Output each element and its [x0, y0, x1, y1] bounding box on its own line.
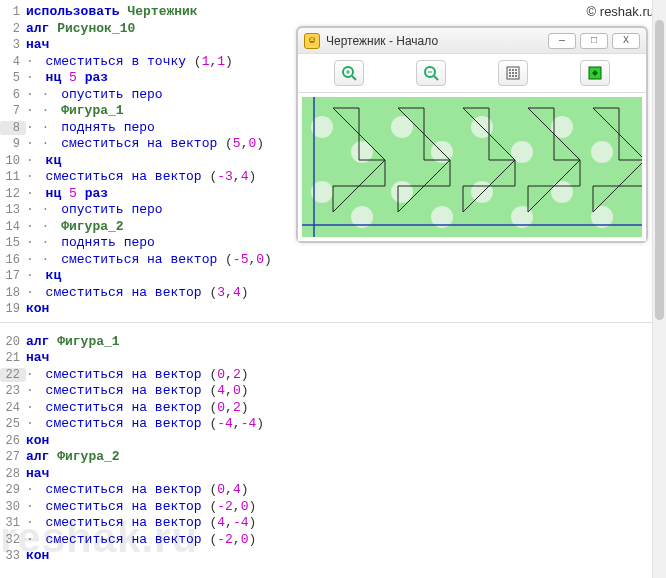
- zoom-out-button[interactable]: [416, 60, 446, 86]
- line-content: алг Рисунок_10: [26, 21, 135, 36]
- line-number: 4: [0, 55, 26, 69]
- line-content: · сместиться на вектор (-2,0): [26, 499, 256, 514]
- line-content: · · опустить перо: [26, 202, 163, 217]
- zoom-in-button[interactable]: [334, 60, 364, 86]
- code-line[interactable]: 32· сместиться на вектор (-2,0): [0, 532, 666, 549]
- code-line[interactable]: 16· · сместиться на вектор (-5,0): [0, 252, 666, 269]
- line-content: · сместиться на вектор (0,4): [26, 482, 249, 497]
- line-number: 31: [0, 516, 26, 530]
- line-number: 13: [0, 203, 26, 217]
- svg-point-16: [515, 75, 517, 77]
- code-line[interactable]: 27алг Фигура_2: [0, 449, 666, 466]
- app-icon: ☺: [304, 33, 320, 49]
- svg-point-14: [509, 75, 511, 77]
- line-content: нач: [26, 350, 49, 365]
- line-content: · · поднять перо: [26, 235, 155, 250]
- line-number: 30: [0, 500, 26, 514]
- drawing-svg: [302, 97, 642, 237]
- code-line[interactable]: 1использовать Чертежник: [0, 4, 666, 21]
- drawing-canvas[interactable]: [302, 97, 642, 237]
- close-button[interactable]: X: [612, 33, 640, 49]
- svg-point-12: [512, 72, 514, 74]
- grid-button[interactable]: [498, 60, 528, 86]
- fit-button[interactable]: [580, 60, 610, 86]
- code-line[interactable]: 23· сместиться на вектор (4,0): [0, 383, 666, 400]
- code-line[interactable]: 21нач: [0, 350, 666, 367]
- watermark-url: © reshak.ru: [587, 4, 654, 19]
- line-content: · · сместиться на вектор (-5,0): [26, 252, 272, 267]
- line-content: нач: [26, 466, 49, 481]
- svg-line-1: [352, 76, 356, 80]
- code-line[interactable]: 19кон: [0, 301, 666, 318]
- section-divider: [0, 322, 666, 330]
- window-title: Чертежник - Начало: [326, 34, 544, 48]
- line-content: · сместиться на вектор (4,0): [26, 383, 249, 398]
- maximize-button[interactable]: □: [580, 33, 608, 49]
- svg-point-10: [515, 69, 517, 71]
- line-content: · · поднять перо: [26, 120, 155, 135]
- code-line[interactable]: 20алг Фигура_1: [0, 334, 666, 351]
- line-number: 1: [0, 5, 26, 19]
- line-content: · кц: [26, 153, 61, 168]
- line-number: 33: [0, 549, 26, 563]
- line-content: · · Фигура_2: [26, 219, 124, 234]
- line-number: 16: [0, 253, 26, 267]
- svg-point-25: [591, 141, 613, 163]
- line-number: 25: [0, 417, 26, 431]
- line-number: 7: [0, 104, 26, 118]
- svg-point-13: [515, 72, 517, 74]
- line-number: 11: [0, 170, 26, 184]
- line-content: · сместиться на вектор (-3,4): [26, 169, 256, 184]
- line-content: · кц: [26, 268, 61, 283]
- line-number: 23: [0, 384, 26, 398]
- line-content: алг Фигура_1: [26, 334, 120, 349]
- scrollbar-thumb[interactable]: [655, 20, 664, 320]
- minimize-button[interactable]: —: [548, 33, 576, 49]
- line-content: · нц 5 раз: [26, 186, 108, 201]
- code-line[interactable]: 17· кц: [0, 268, 666, 285]
- svg-line-5: [434, 76, 438, 80]
- line-number: 32: [0, 533, 26, 547]
- svg-point-30: [471, 181, 493, 203]
- line-content: · · опустить перо: [26, 87, 163, 102]
- line-content: использовать Чертежник: [26, 4, 198, 19]
- line-number: 18: [0, 286, 26, 300]
- line-content: · сместиться на вектор (4,-4): [26, 515, 256, 530]
- code-line[interactable]: 30· сместиться на вектор (-2,0): [0, 499, 666, 516]
- toolbar: [298, 54, 646, 93]
- line-content: кон: [26, 301, 49, 316]
- line-content: · нц 5 раз: [26, 70, 108, 85]
- line-content: · · Фигура_1: [26, 103, 124, 118]
- code-line[interactable]: 29· сместиться на вектор (0,4): [0, 482, 666, 499]
- line-number: 22: [0, 368, 26, 382]
- titlebar[interactable]: ☺ Чертежник - Начало — □ X: [298, 28, 646, 54]
- vertical-scrollbar[interactable]: [652, 0, 666, 578]
- line-content: · сместиться в точку (1,1): [26, 54, 233, 69]
- line-number: 21: [0, 351, 26, 365]
- line-number: 17: [0, 269, 26, 283]
- code-line[interactable]: 25· сместиться на вектор (-4,-4): [0, 416, 666, 433]
- code-line[interactable]: 28нач: [0, 466, 666, 483]
- canvas-area: [298, 93, 646, 241]
- code-line[interactable]: 33кон: [0, 548, 666, 565]
- line-content: кон: [26, 433, 49, 448]
- code-line[interactable]: 18· сместиться на вектор (3,4): [0, 285, 666, 302]
- code-line[interactable]: 24· сместиться на вектор (0,2): [0, 400, 666, 417]
- line-number: 5: [0, 71, 26, 85]
- line-content: · сместиться на вектор (3,4): [26, 285, 249, 300]
- line-content: · сместиться на вектор (-4,-4): [26, 416, 264, 431]
- line-number: 2: [0, 22, 26, 36]
- line-content: · сместиться на вектор (0,2): [26, 367, 249, 382]
- code-line[interactable]: 31· сместиться на вектор (4,-4): [0, 515, 666, 532]
- svg-point-15: [512, 75, 514, 77]
- code-line[interactable]: 22· сместиться на вектор (0,2): [0, 367, 666, 384]
- code-line[interactable]: 26кон: [0, 433, 666, 450]
- line-content: · · сместиться на вектор (5,0): [26, 136, 264, 151]
- line-number: 3: [0, 38, 26, 52]
- line-number: 6: [0, 88, 26, 102]
- drawer-window: ☺ Чертежник - Начало — □ X: [296, 26, 648, 243]
- line-number: 26: [0, 434, 26, 448]
- svg-point-8: [509, 69, 511, 71]
- line-number: 19: [0, 302, 26, 316]
- line-number: 29: [0, 483, 26, 497]
